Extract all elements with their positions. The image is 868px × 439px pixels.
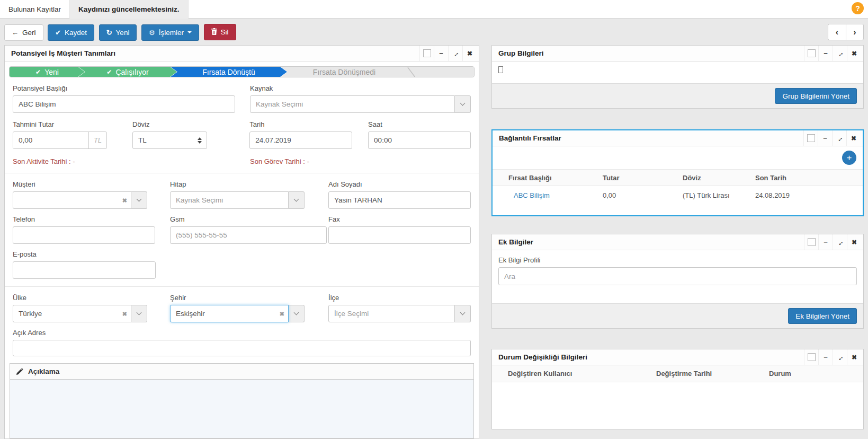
- kaynak-input[interactable]: [250, 95, 455, 113]
- hitap-dropdown-button[interactable]: [289, 191, 305, 209]
- help-icon[interactable]: ?: [852, 2, 864, 14]
- adi-soyadi-input[interactable]: [328, 191, 471, 209]
- doviz-value: TL: [138, 136, 147, 144]
- acik-adres-input[interactable]: [13, 340, 471, 356]
- panel-select-checkbox[interactable]: [804, 46, 818, 61]
- step-label: Çalışılıyor: [115, 68, 148, 76]
- sehir-combobox[interactable]: ✖: [170, 305, 305, 322]
- step-calisiliyor[interactable]: ✔ Çalışılıyor: [78, 67, 177, 77]
- kaynak-select[interactable]: [250, 95, 471, 113]
- chevron-down-icon: [460, 101, 466, 106]
- ulke-combobox[interactable]: ✖: [13, 305, 147, 322]
- tab-found-records[interactable]: Bulunan Kayıtlar: [0, 0, 70, 19]
- expand-icon[interactable]: ↔: [833, 234, 847, 250]
- column-header: Son Tarih: [755, 174, 863, 182]
- expand-icon[interactable]: ↔: [832, 130, 846, 146]
- kaynak-dropdown-button[interactable]: [455, 95, 471, 113]
- panel-select-checkbox[interactable]: [804, 349, 818, 365]
- minimize-icon[interactable]: −: [818, 349, 833, 365]
- tarih-input[interactable]: [249, 131, 352, 149]
- clear-icon[interactable]: ✖: [122, 197, 127, 204]
- profile-search-input[interactable]: [498, 267, 857, 285]
- plus-icon: +: [847, 153, 852, 163]
- sehir-input[interactable]: [170, 305, 289, 322]
- minimize-icon[interactable]: −: [818, 46, 833, 61]
- actions-button[interactable]: ⚙ İşlemler: [141, 24, 199, 41]
- gsm-label: Gsm: [170, 215, 327, 223]
- musteri-combobox[interactable]: ✖: [13, 191, 147, 209]
- sehir-dropdown-button[interactable]: [289, 305, 305, 322]
- manage-groups-button[interactable]: Grup Bilgilerini Yönet: [775, 88, 857, 104]
- manage-extra-info-button[interactable]: Ek Bilgileri Yönet: [788, 308, 857, 324]
- lead-panel: Potansiyel İş Müşteri Tanımları − ↔ ✖ ✔ …: [4, 45, 479, 439]
- group-panel-title: Grup Bilgileri: [498, 49, 544, 57]
- musteri-dropdown-button[interactable]: [131, 191, 147, 209]
- chevron-outline-icon: [407, 67, 416, 77]
- eposta-input[interactable]: [13, 261, 156, 279]
- fax-input[interactable]: [328, 226, 471, 244]
- close-icon[interactable]: ✖: [847, 349, 861, 365]
- saat-input[interactable]: [368, 131, 471, 149]
- minimize-icon[interactable]: −: [434, 46, 448, 61]
- save-button[interactable]: ✔ Kaydet: [48, 24, 94, 41]
- aciklama-editor: Açıklama: [10, 363, 474, 438]
- prev-record-button[interactable]: ‹: [828, 24, 846, 40]
- add-opportunity-button[interactable]: +: [842, 151, 856, 165]
- step-firsata-donusmedi[interactable]: Fırsata Dönüşmedi: [281, 67, 408, 77]
- sehir-label: Şehir: [170, 294, 305, 302]
- hitap-input[interactable]: [170, 191, 289, 209]
- aciklama-title: Açıklama: [28, 367, 59, 375]
- new-button[interactable]: ↻ Yeni: [99, 24, 137, 41]
- musteri-input[interactable]: [13, 191, 131, 209]
- aciklama-header: Açıklama: [10, 364, 473, 380]
- status-table-header: Değiştiren Kullanıcı Değiştirme Tarihi D…: [492, 365, 863, 382]
- panel-select-checkbox[interactable]: [804, 234, 818, 250]
- acik-adres-label: Açık Adres: [13, 329, 471, 337]
- status-panel-window-controls: − ↔ ✖: [804, 349, 861, 365]
- opportunities-panel-header: Bağlantılı Fırsatlar − ↔ ✖: [493, 130, 863, 146]
- step-yeni[interactable]: ✔ Yeni: [10, 67, 85, 77]
- minimize-icon[interactable]: −: [818, 130, 832, 146]
- minimize-icon[interactable]: −: [818, 234, 833, 250]
- back-button[interactable]: ← Geri: [4, 24, 43, 41]
- close-icon[interactable]: ✖: [846, 130, 861, 146]
- ulke-dropdown-button[interactable]: [131, 305, 147, 322]
- tab-updating-record[interactable]: Kaydınızı güncellemektesiniz.: [70, 0, 189, 19]
- column-header: Fırsat Başlığı: [493, 174, 603, 182]
- opportunity-due-date: 24.08.2019: [755, 191, 863, 199]
- close-icon[interactable]: ✖: [462, 46, 477, 61]
- telefon-input[interactable]: [13, 226, 155, 244]
- clear-icon[interactable]: ✖: [280, 310, 284, 317]
- opportunity-link[interactable]: ABC Bilişim: [514, 191, 550, 199]
- step-firsata-donustu[interactable]: Fırsata Dönüştü: [171, 67, 287, 77]
- potansiyel-basligi-input[interactable]: [13, 95, 235, 113]
- opportunities-panel-window-controls: − ↔ ✖: [803, 130, 861, 146]
- close-icon[interactable]: ✖: [847, 234, 861, 250]
- doviz-select[interactable]: TL: [132, 131, 207, 149]
- ilce-input[interactable]: [328, 305, 455, 322]
- section-divider: [5, 173, 479, 173]
- ilce-select[interactable]: [328, 305, 471, 322]
- tahmini-tutar-input[interactable]: [13, 132, 88, 148]
- column-header: Tutar: [603, 174, 683, 182]
- expand-icon[interactable]: ↔: [448, 46, 462, 61]
- ilce-dropdown-button[interactable]: [455, 305, 471, 322]
- panel-select-checkbox[interactable]: [803, 130, 818, 146]
- clear-icon[interactable]: ✖: [122, 310, 127, 317]
- next-record-button[interactable]: ›: [846, 24, 864, 40]
- trash-icon: [211, 28, 217, 37]
- close-icon[interactable]: ✖: [847, 46, 861, 61]
- saat-label: Saat: [368, 120, 471, 128]
- delete-button[interactable]: Sil: [204, 24, 236, 40]
- ulke-input[interactable]: [13, 305, 131, 322]
- aciklama-textarea[interactable]: [10, 380, 473, 438]
- status-change-panel: Durum Değişikliği Bilgileri − ↔ ✖ Değişt…: [491, 349, 864, 429]
- gsm-input[interactable]: [170, 226, 327, 244]
- expand-icon[interactable]: ↔: [833, 46, 847, 61]
- lead-panel-window-controls: − ↔ ✖: [419, 46, 477, 61]
- expand-icon[interactable]: ↔: [833, 349, 847, 365]
- panel-select-checkbox[interactable]: [419, 46, 434, 61]
- opportunity-row[interactable]: ABC Bilişim 0,00 (TL) Türk Lirası 24.08.…: [493, 186, 863, 204]
- refresh-icon: ↻: [106, 29, 112, 37]
- hitap-select[interactable]: [170, 191, 305, 209]
